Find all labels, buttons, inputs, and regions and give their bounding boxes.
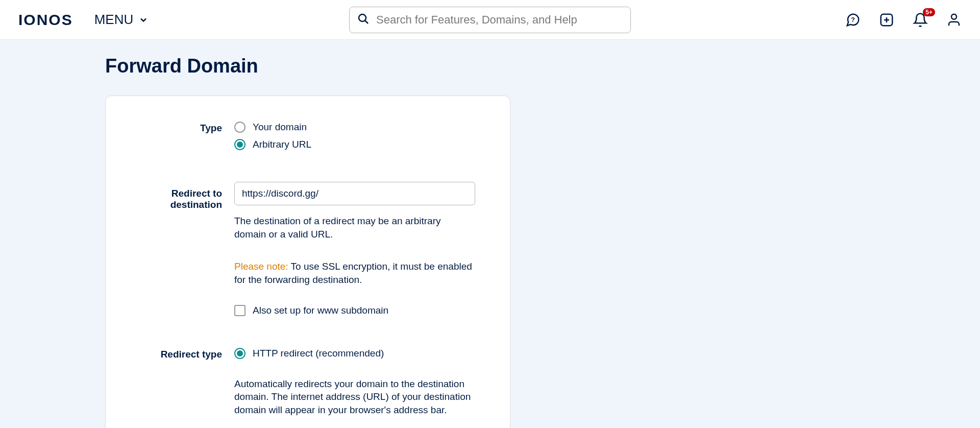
type-label: Type: [125, 122, 234, 134]
checkbox-label: Also set up for www subdomain: [253, 305, 388, 316]
search-input[interactable]: [349, 7, 631, 33]
radio-icon: [234, 348, 246, 359]
chevron-down-icon: [138, 15, 149, 25]
destination-note: Please note: To use SSL encryption, it m…: [234, 260, 475, 286]
destination-input[interactable]: [234, 182, 475, 205]
add-button[interactable]: [879, 12, 894, 28]
redirect-http[interactable]: HTTP redirect (recommended): [234, 348, 475, 359]
menu-button[interactable]: MENU: [94, 12, 149, 28]
www-subdomain-checkbox[interactable]: Also set up for www subdomain: [234, 305, 475, 316]
type-radio-group: Your domain Arbitrary URL: [234, 122, 475, 150]
notification-badge: 5+: [923, 8, 935, 16]
page-title: Forward Domain: [0, 40, 980, 96]
note-prefix: Please note:: [234, 261, 288, 272]
redirect-type-row: Redirect type HTTP redirect (recommended…: [125, 348, 491, 417]
radio-label: Your domain: [253, 122, 307, 133]
redirect-type-label: Redirect type: [125, 348, 234, 360]
help-chat-button[interactable]: ?: [845, 12, 861, 28]
search-wrapper: [349, 7, 631, 33]
menu-label: MENU: [94, 12, 134, 28]
redirect-http-desc: Automatically redirects your domain to t…: [234, 377, 475, 417]
chat-help-icon: ?: [845, 12, 861, 28]
radio-icon: [234, 139, 246, 150]
notifications-button[interactable]: 5+: [913, 12, 928, 28]
svg-point-0: [359, 14, 366, 21]
user-icon: [946, 12, 962, 28]
form-card: Type Your domain Arbitrary URL Redirect …: [105, 96, 510, 428]
type-row: Type Your domain Arbitrary URL: [125, 122, 491, 150]
header-bar: IONOS MENU ? 5+: [0, 0, 980, 40]
profile-button[interactable]: [946, 12, 962, 28]
svg-text:?: ?: [851, 16, 855, 23]
svg-line-1: [365, 20, 369, 23]
destination-row: Redirect to destination The destination …: [125, 182, 491, 316]
type-your-domain[interactable]: Your domain: [234, 122, 475, 133]
type-arbitrary-url[interactable]: Arbitrary URL: [234, 139, 475, 150]
search-icon: [357, 13, 370, 27]
radio-icon: [234, 122, 246, 133]
destination-label: Redirect to destination: [125, 182, 234, 210]
logo[interactable]: IONOS: [18, 11, 73, 29]
radio-label: Arbitrary URL: [253, 139, 311, 150]
checkbox-icon: [234, 305, 246, 316]
header-icons: ? 5+: [845, 12, 962, 28]
plus-square-icon: [879, 12, 894, 28]
destination-help: The destination of a redirect may be an …: [234, 215, 475, 241]
radio-label: HTTP redirect (recommended): [253, 348, 384, 359]
svg-point-6: [951, 14, 957, 19]
